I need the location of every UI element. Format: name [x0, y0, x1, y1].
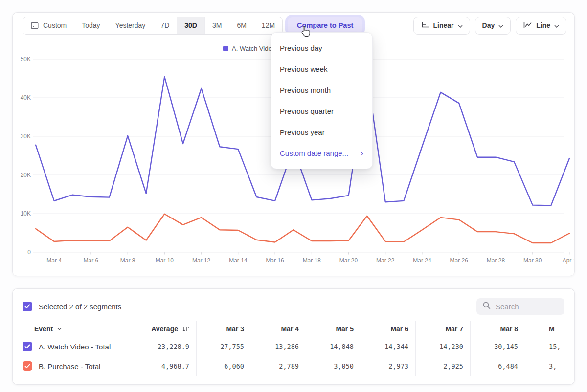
x-axis-label: Mar 26 [450, 257, 469, 264]
select-all-checkbox[interactable] [23, 302, 32, 311]
segment-row-name[interactable]: B. Purchase - Total [23, 356, 140, 376]
column-header-mar-5: Mar 5 [306, 321, 361, 337]
segment-name-label: A. Watch Video - Total [39, 343, 111, 351]
segment-day-value: 6,060 [196, 356, 251, 376]
compare-to-past-menu: Previous dayPrevious weekPrevious monthP… [271, 32, 373, 169]
range-button-label: Custom [43, 22, 67, 29]
search-input[interactable] [496, 303, 554, 311]
search-box[interactable] [476, 298, 564, 315]
date-range-group: CustomTodayYesterday7D30D3M6M12M [23, 17, 283, 35]
column-header-mar-7: Mar 7 [415, 321, 470, 337]
column-header-event[interactable]: Event [23, 321, 140, 337]
x-axis-label: Apr 1 [563, 257, 575, 264]
check-icon [24, 364, 30, 369]
event-header-label: Event [34, 325, 53, 333]
x-axis-label: Mar 14 [229, 257, 248, 264]
x-axis-label: Mar 12 [192, 257, 211, 264]
menu-item-label: Previous quarter [280, 101, 334, 122]
y-axis-label: 40K [21, 94, 31, 101]
range-button-label: 3M [212, 22, 222, 29]
range-button-label: Today [82, 22, 100, 29]
segment-day-value: 2,789 [251, 356, 306, 376]
menu-item-label: Previous month [280, 80, 331, 101]
scale-dropdown-label: Linear [433, 22, 454, 29]
range-button-3m[interactable]: 3M [205, 17, 229, 34]
menu-item-previous-month[interactable]: Previous month [271, 80, 372, 101]
segment-day-value: 14,848 [306, 337, 361, 356]
x-axis-label: Mar 22 [376, 257, 395, 264]
range-button-label: 6M [237, 22, 246, 29]
segment-name-label: B. Purchase - Total [39, 362, 100, 370]
x-axis-label: Mar 20 [339, 257, 358, 264]
menu-item-label: Previous day [280, 38, 322, 59]
segment-day-value: 6,484 [470, 356, 525, 376]
y-axis-label: 0 [27, 249, 31, 256]
segment-row-name[interactable]: A. Watch Video - Total [23, 337, 140, 356]
range-button-custom[interactable]: Custom [23, 17, 74, 34]
range-button-label: 30D [184, 22, 197, 29]
x-axis-label: Mar 16 [266, 257, 284, 264]
menu-item-custom-date-range[interactable]: Custom date range...› [271, 143, 372, 164]
x-axis-label: Mar 8 [120, 257, 135, 264]
menu-item-previous-day[interactable]: Previous day [271, 38, 372, 59]
column-header-mar-4: Mar 4 [251, 321, 306, 337]
submenu-chevron-right-icon: › [361, 149, 363, 157]
y-axis-label: 10K [21, 210, 31, 217]
segment-day-value: 27,755 [196, 337, 251, 356]
chart-type-dropdown-button[interactable]: Line [516, 17, 566, 35]
segment-average-value: 4,968.7 [140, 356, 196, 376]
column-header-clipped: M [525, 321, 575, 337]
chevron-down-icon [554, 22, 559, 29]
compare-to-past-button[interactable]: Compare to Past [288, 17, 362, 34]
scale-dropdown-button[interactable]: Linear [413, 17, 470, 35]
x-axis-label: Mar 4 [46, 257, 62, 264]
menu-item-label: Custom date range... [280, 143, 348, 164]
segment-day-value-clipped: 15, [525, 337, 575, 356]
x-axis-label: Mar 30 [523, 257, 542, 264]
check-icon [24, 344, 30, 349]
sort-descending-icon [182, 326, 189, 332]
x-axis-label: Mar 28 [487, 257, 505, 264]
x-axis-label: Mar 24 [413, 257, 431, 264]
selected-summary: Selected 2 of 2 segments [39, 303, 121, 311]
segment-day-value: 30,145 [470, 337, 525, 356]
range-button-label: 7D [160, 22, 169, 29]
search-icon [482, 301, 491, 312]
segment-day-value-clipped: 3, [525, 356, 575, 376]
segment-checkbox[interactable] [23, 342, 32, 351]
menu-item-previous-year[interactable]: Previous year [271, 122, 372, 143]
chevron-down-icon [57, 327, 62, 330]
segment-day-value: 2,973 [361, 356, 415, 376]
range-button-label: Yesterday [115, 22, 146, 29]
chevron-down-icon [458, 22, 463, 29]
line-chart-icon [523, 21, 532, 30]
chart-type-dropdown-label: Line [536, 22, 550, 29]
range-button-30d[interactable]: 30D [177, 17, 205, 34]
check-icon [24, 304, 30, 309]
x-axis-label: Mar 6 [84, 257, 99, 264]
select-all-row: Selected 2 of 2 segments [23, 302, 121, 311]
segment-day-value: 2,925 [415, 356, 470, 376]
range-button-today[interactable]: Today [74, 17, 108, 34]
legend-swatch [223, 46, 228, 51]
menu-item-previous-week[interactable]: Previous week [271, 59, 372, 80]
linear-scale-icon [421, 21, 429, 30]
menu-item-label: Previous year [280, 122, 325, 143]
range-button-7d[interactable]: 7D [153, 17, 177, 34]
x-axis-label: Mar 18 [303, 257, 321, 264]
interval-dropdown-label: Day [482, 22, 495, 29]
column-header-average[interactable]: Average [140, 321, 196, 337]
segment-average-value: 23,228.9 [140, 337, 196, 356]
range-button-label: 12M [262, 22, 275, 29]
segment-checkbox[interactable] [23, 361, 32, 371]
menu-item-previous-quarter[interactable]: Previous quarter [271, 101, 372, 122]
y-axis-label: 20K [21, 172, 31, 178]
range-button-12m[interactable]: 12M [254, 17, 282, 34]
y-axis-label: 50K [21, 56, 31, 63]
column-header-mar-6: Mar 6 [361, 321, 415, 337]
range-button-yesterday[interactable]: Yesterday [108, 17, 154, 34]
range-button-6m[interactable]: 6M [229, 17, 254, 34]
analytics-dashboard: CustomTodayYesterday7D30D3M6M12M Compare… [0, 0, 587, 392]
interval-dropdown-button[interactable]: Day [475, 17, 511, 35]
calendar-icon [30, 21, 39, 30]
